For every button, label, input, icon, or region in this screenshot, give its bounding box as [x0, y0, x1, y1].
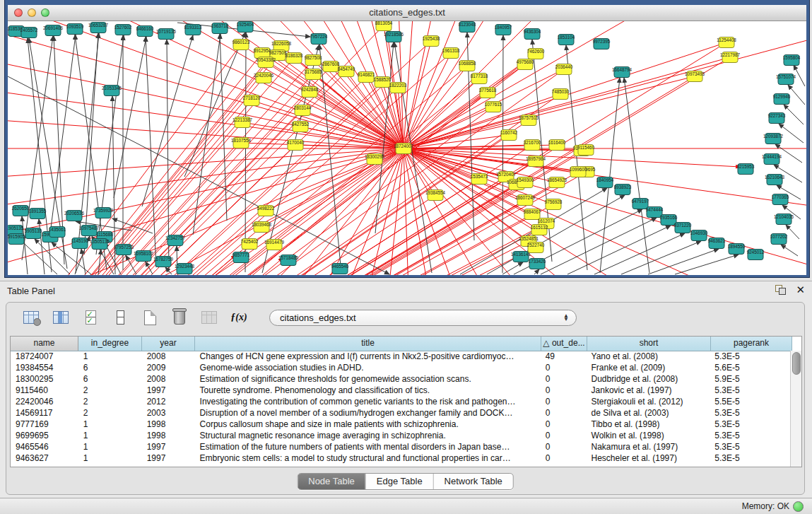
- table-cell[interactable]: Disruption of a novel member of a sodium…: [195, 408, 541, 418]
- table-row[interactable]: 1830029562008Estimation of significance …: [11, 373, 791, 385]
- table-cell[interactable]: 1997: [142, 385, 195, 395]
- table-cell[interactable]: Investigating the contribution of common…: [195, 397, 541, 407]
- graph-node[interactable]: 9129946: [773, 94, 791, 105]
- graph-node[interactable]: 18039468: [252, 222, 272, 233]
- table-cell[interactable]: 1: [78, 431, 142, 440]
- table-cell[interactable]: 2012: [142, 397, 195, 407]
- graph-node[interactable]: 1595804: [783, 55, 801, 66]
- graph-node[interactable]: 18107554: [231, 138, 252, 148]
- graph-node[interactable]: 8454749: [338, 66, 355, 77]
- table-cell[interactable]: 9115460: [11, 385, 78, 395]
- graph-node[interactable]: 10975487: [79, 226, 100, 236]
- graph-node[interactable]: 1822203: [389, 83, 407, 93]
- table-cell[interactable]: 0: [541, 363, 587, 373]
- graph-node[interactable]: 1963718: [211, 23, 229, 34]
- minimize-window-button[interactable]: [28, 8, 36, 17]
- table-source-dropdown[interactable]: citations_edges.txt ▲▼: [269, 310, 577, 326]
- table-cell[interactable]: Estimation of significance thresholds fo…: [195, 374, 541, 384]
- column-header-short[interactable]: short: [587, 337, 711, 351]
- graph-node[interactable]: 3915905: [8, 234, 25, 245]
- table-cell[interactable]: 49: [541, 351, 587, 361]
- graph-node[interactable]: 4975680: [517, 59, 534, 70]
- graph-node[interactable]: 1549300: [517, 177, 534, 188]
- graph-node[interactable]: 1068858: [459, 61, 476, 71]
- table-cell[interactable]: Dudbridge et al. (2008): [587, 374, 710, 384]
- table-cell[interactable]: Jankovic et al. (1997): [587, 385, 710, 395]
- graph-node[interactable]: 1840954: [596, 177, 614, 188]
- graph-node[interactable]: 17957253: [114, 245, 134, 255]
- table-cell[interactable]: 1: [78, 442, 142, 452]
- table-cell[interactable]: 5.9E-5: [710, 374, 791, 384]
- table-cell[interactable]: 1998: [142, 431, 195, 440]
- close-window-button[interactable]: [14, 8, 23, 17]
- table-cell[interactable]: 9463627: [11, 453, 78, 463]
- graph-node[interactable]: 3216700: [524, 140, 541, 151]
- graph-node[interactable]: 1435061: [49, 227, 66, 238]
- graph-node[interactable]: 18724007: [394, 144, 414, 154]
- graph-node[interactable]: 10653287: [88, 23, 109, 33]
- table-cell[interactable]: 5.3E-5: [710, 431, 791, 440]
- graph-node[interactable]: 16782759: [153, 257, 174, 267]
- graph-node[interactable]: 12217987: [720, 52, 741, 63]
- graph-node[interactable]: 1733426: [529, 259, 546, 269]
- window-titlebar[interactable]: citations_edges.txt: [8, 5, 806, 21]
- table-cell[interactable]: 6: [78, 363, 142, 373]
- graph-node[interactable]: 9756928: [545, 199, 563, 210]
- graph-node[interactable]: 10973493: [685, 71, 705, 82]
- table-cell[interactable]: 0: [541, 442, 587, 452]
- graph-node[interactable]: 1616400: [548, 140, 566, 151]
- table-cell[interactable]: 0: [541, 374, 587, 384]
- graph-node[interactable]: 19218586: [384, 32, 404, 42]
- graph-node[interactable]: 16648794: [612, 67, 632, 78]
- table-cell[interactable]: Estimation of the future numbers of pati…: [195, 442, 541, 452]
- close-icon[interactable]: ✕: [796, 285, 805, 295]
- table-cell[interactable]: 1997: [142, 453, 195, 463]
- graph-node[interactable]: 20206536: [64, 211, 85, 221]
- table-cell[interactable]: 5.3E-5: [710, 442, 791, 452]
- table-cell[interactable]: 2: [78, 397, 142, 407]
- graph-node[interactable]: 5498222: [257, 206, 275, 216]
- graph-node[interactable]: 16958107: [134, 251, 154, 262]
- graph-node[interactable]: 18957984: [526, 156, 546, 167]
- table-cell[interactable]: de Silva et al. (2003): [587, 408, 710, 418]
- tab-edge-table[interactable]: Edge Table: [365, 474, 433, 489]
- graph-node[interactable]: 12444194: [762, 154, 782, 165]
- table-cell[interactable]: 5.3E-5: [710, 385, 791, 395]
- table-cell[interactable]: 0: [541, 453, 587, 463]
- graph-node[interactable]: 9146821: [358, 72, 375, 83]
- table-cell[interactable]: 0: [541, 397, 587, 407]
- column-header-pagerank[interactable]: pagerank: [711, 337, 792, 351]
- graph-node[interactable]: 8466160: [136, 26, 154, 37]
- table-cell[interactable]: Yano et al. (2008): [587, 351, 710, 361]
- graph-node[interactable]: 20691406: [43, 25, 64, 36]
- table-row[interactable]: 2242004622012Investigating the contribut…: [11, 396, 791, 407]
- table-cell[interactable]: Stergiakouli et al. (2012): [587, 397, 710, 407]
- tab-network-table[interactable]: Network Table: [433, 474, 513, 489]
- graph-node[interactable]: 8193313: [184, 25, 202, 35]
- function-builder-button[interactable]: ƒ(x): [230, 308, 248, 327]
- table-cell[interactable]: 22420046: [11, 397, 78, 407]
- table-row[interactable]: 1872400712008Changes of HCN gene express…: [11, 351, 791, 362]
- graph-node[interactable]: 1093519: [66, 24, 84, 35]
- table-row[interactable]: 1456911722003Disruption of a novel membe…: [11, 407, 791, 419]
- graph-node[interactable]: 1840957: [495, 25, 512, 35]
- graph-node[interactable]: 9860123: [233, 40, 250, 50]
- graph-node[interactable]: 1961318: [442, 48, 460, 59]
- graph-node[interactable]: 1925438: [423, 36, 440, 47]
- graph-node[interactable]: 9436304: [524, 29, 541, 40]
- table-options-button[interactable]: [22, 308, 40, 327]
- column-header-year[interactable]: year: [142, 337, 195, 351]
- table-cell[interactable]: 5.3E-5: [710, 408, 791, 418]
- graph-node[interactable]: 2803144: [294, 105, 312, 116]
- table-row[interactable]: 946362711997Embryonic stem cells: a mode…: [11, 452, 791, 464]
- graph-node[interactable]: 2036440: [555, 64, 573, 75]
- graph-node[interactable]: 17359928: [93, 208, 114, 218]
- graph-node[interactable]: 9827508: [305, 55, 322, 66]
- table-cell[interactable]: 5.6E-5: [710, 363, 791, 373]
- create-column-button[interactable]: [141, 308, 159, 327]
- table-cell[interactable]: 5.3E-5: [710, 453, 791, 463]
- table-cell[interactable]: Changes of HCN gene expression and I(f) …: [195, 351, 541, 361]
- table-cell[interactable]: 6: [78, 374, 142, 384]
- table-cell[interactable]: Wolkin et al. (1998): [587, 431, 710, 440]
- graph-node[interactable]: 1853104: [558, 35, 575, 45]
